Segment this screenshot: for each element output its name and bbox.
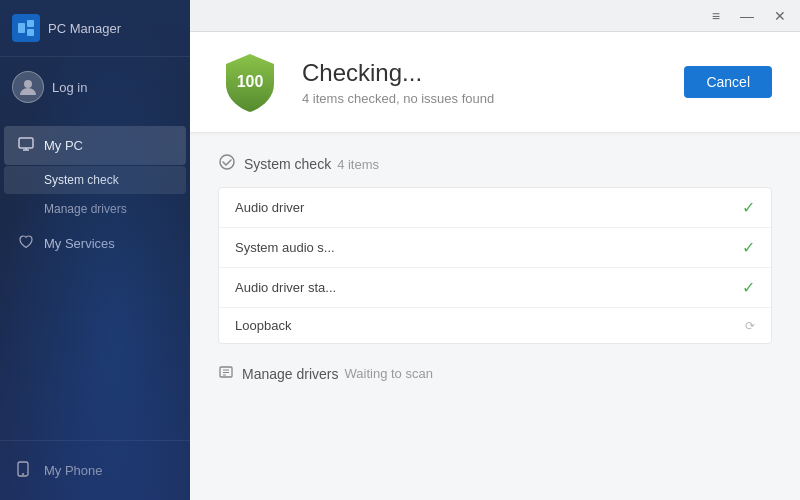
svg-point-8	[22, 473, 24, 475]
item-status-3: ⟳	[745, 319, 755, 333]
table-row: Audio driver ✓	[219, 188, 771, 228]
heart-icon	[16, 234, 36, 253]
manage-drivers-icon	[218, 364, 234, 383]
scan-body: System check 4 items Audio driver ✓ Syst…	[190, 133, 800, 500]
system-check-header: System check 4 items	[218, 149, 772, 179]
system-check-section: System check 4 items Audio driver ✓ Syst…	[218, 149, 772, 344]
scan-title: Checking...	[302, 59, 684, 87]
sidebar-item-my-services[interactable]: My Services	[4, 224, 186, 263]
sidebar-label-my-pc: My PC	[44, 138, 83, 153]
sidebar-item-my-pc[interactable]: My PC	[4, 126, 186, 165]
close-button[interactable]: ✕	[770, 7, 790, 25]
svg-rect-2	[27, 29, 34, 36]
waiting-text: Waiting to scan	[345, 366, 433, 381]
avatar	[12, 71, 44, 103]
sidebar: PC Manager Log in	[0, 0, 190, 500]
svg-rect-0	[18, 23, 25, 33]
minimize-button[interactable]: —	[736, 7, 758, 25]
system-check-count: 4 items	[337, 157, 379, 172]
login-button[interactable]: Log in	[0, 57, 190, 117]
score-badge: 100	[218, 50, 282, 114]
title-bar-buttons: ≡ — ✕	[708, 7, 790, 25]
sidebar-item-manage-drivers[interactable]: Manage drivers	[4, 195, 186, 223]
item-status-1: ✓	[742, 238, 755, 257]
sidebar-label-system-check: System check	[44, 173, 119, 187]
system-check-icon	[218, 153, 236, 175]
app-logo	[12, 14, 40, 42]
sidebar-label-my-services: My Services	[44, 236, 115, 251]
title-bar: ≡ — ✕	[190, 0, 800, 32]
sidebar-nav: My PC System check Manage drivers My Ser…	[0, 117, 190, 440]
manage-drivers-title: Manage drivers	[242, 366, 339, 382]
app-container: PC Manager Log in	[0, 0, 800, 500]
manage-drivers-section: Manage drivers Waiting to scan	[218, 364, 772, 383]
item-status-0: ✓	[742, 198, 755, 217]
sidebar-label-manage-drivers: Manage drivers	[44, 202, 127, 216]
hamburger-button[interactable]: ≡	[708, 7, 724, 25]
app-title: PC Manager	[48, 21, 121, 36]
pc-icon	[16, 136, 36, 155]
system-check-title: System check	[244, 156, 331, 172]
svg-point-9	[220, 155, 234, 169]
score-value: 100	[237, 73, 264, 91]
item-status-2: ✓	[742, 278, 755, 297]
login-label: Log in	[52, 80, 87, 95]
item-name-0: Audio driver	[235, 200, 742, 215]
check-items-list: Audio driver ✓ System audio s... ✓ Audio…	[218, 187, 772, 344]
item-name-2: Audio driver sta...	[235, 280, 742, 295]
scan-info: Checking... 4 items checked, no issues f…	[302, 59, 684, 106]
main-content: ≡ — ✕ 100 Checki	[190, 0, 800, 500]
table-row: Audio driver sta... ✓	[219, 268, 771, 308]
sidebar-item-system-check[interactable]: System check	[4, 166, 186, 194]
item-name-1: System audio s...	[235, 240, 742, 255]
table-row: System audio s... ✓	[219, 228, 771, 268]
cancel-button[interactable]: Cancel	[684, 66, 772, 98]
scan-subtitle: 4 items checked, no issues found	[302, 91, 684, 106]
svg-point-3	[24, 80, 32, 88]
table-row: Loopback ⟳	[219, 308, 771, 343]
svg-rect-4	[19, 138, 33, 148]
sidebar-bottom: My Phone	[0, 440, 190, 500]
phone-icon	[16, 461, 36, 480]
item-name-3: Loopback	[235, 318, 745, 333]
sidebar-label-my-phone: My Phone	[44, 463, 103, 478]
scan-header: 100 Checking... 4 items checked, no issu…	[190, 32, 800, 133]
svg-rect-1	[27, 20, 34, 27]
sidebar-item-my-phone[interactable]: My Phone	[12, 453, 178, 488]
sidebar-header: PC Manager	[0, 0, 190, 57]
